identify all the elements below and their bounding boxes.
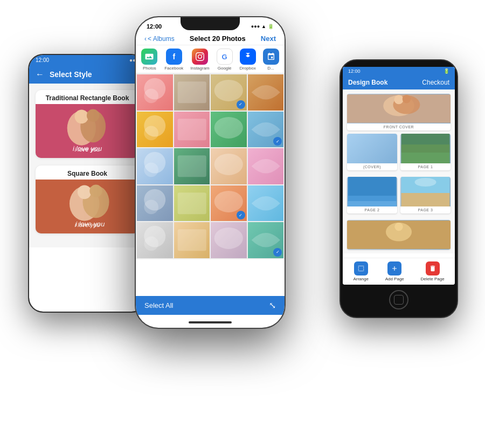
photo-cell-2[interactable] [174,74,210,111]
freeprints-icon [263,49,279,65]
svg-point-29 [144,237,158,251]
page-thumb-1[interactable]: PAGE 1 [400,134,451,170]
back-cover-img [347,134,397,163]
svg-point-23 [214,154,243,175]
facebook-icon: f [166,49,182,65]
photo-cell-13[interactable] [137,185,173,222]
google-icon: G [217,49,233,65]
page-thumb-4[interactable] [347,220,451,250]
expand-icon[interactable]: ⤡ [269,300,276,311]
svg-text:i love you: i love you [75,220,105,228]
select-all-btn[interactable]: Select All [144,301,173,309]
photo-cell-16[interactable] [248,185,284,222]
svg-point-27 [214,190,243,212]
source-instagram[interactable]: Instagram [190,49,210,71]
source-facebook[interactable]: f Facebook [164,49,183,71]
svg-point-48 [394,223,403,231]
photo-cell-18[interactable] [174,222,210,258]
phone-right: 12:00 🔋 Design Book Checkout [340,59,458,318]
instagram-icon [192,49,208,65]
page1-img [400,134,451,163]
arrange-action[interactable]: Arrange [353,261,368,281]
back-cover-label: (COVER) [347,163,397,170]
style-square-title: Square Book [36,166,139,180]
photo-cell-12[interactable] [248,148,284,184]
photo-cell-19[interactable] [211,222,247,258]
left-title: Select Style [50,70,92,79]
google-label: Google [218,66,232,71]
style-option-rect[interactable]: Traditional Rectangle Book i love you [36,90,139,158]
svg-rect-44 [401,193,450,206]
photo-cell-8[interactable]: ✓ [248,112,284,148]
center-back-btn[interactable]: ‹ < Albums [144,35,175,43]
page-thumb-2[interactable]: PAGE 2 [347,177,397,213]
photos-icon [141,49,157,65]
photo-cell-11[interactable] [211,148,247,184]
svg-point-31 [214,228,243,249]
left-content: Traditional Rectangle Book i love you [29,84,146,247]
svg-point-17 [144,126,158,140]
photo-cell-6[interactable] [174,112,210,148]
home-indicator [189,321,232,323]
center-status-icons: ●●● ▲ 🔋 [251,24,274,29]
check-icon-15: ✓ [237,211,245,219]
check-icon-20: ✓ [273,248,282,257]
notch [181,17,240,30]
page1-label: PAGE 1 [400,163,451,170]
photo-cell-7[interactable] [211,112,247,148]
svg-rect-26 [177,192,206,214]
photo-cell-20[interactable]: ✓ [248,222,284,258]
svg-point-10 [89,184,102,197]
source-dropbox[interactable]: Dropbox [239,49,255,71]
checkout-btn[interactable]: Checkout [422,79,449,86]
freeprints-label: D... [267,66,274,71]
instagram-label: Instagram [190,66,210,71]
photo-cell-9[interactable] [137,148,173,184]
photo-grid: ✓✓✓✓ [136,73,285,259]
left-back-icon[interactable]: ← [36,70,44,79]
svg-rect-14 [177,81,206,103]
svg-point-13 [144,89,158,104]
style-option-square[interactable]: Square Book i love you [36,166,139,233]
photo-cell-5[interactable] [137,112,173,148]
svg-text:i love you: i love you [73,144,102,153]
add-page-icon [387,261,401,275]
photo-cell-3[interactable]: ✓ [211,74,247,111]
arrange-label: Arrange [353,277,368,281]
facebook-label: Facebook [164,66,183,71]
home-button[interactable] [389,290,408,309]
right-battery: 🔋 [444,68,449,74]
source-google[interactable]: G Google [217,49,233,71]
page-thumb-cover[interactable]: FRONT COVER [347,94,451,130]
dropbox-icon [240,49,256,65]
left-time: 12:00 [36,57,49,63]
source-photos[interactable]: Photos [141,49,157,71]
right-nav-bar: Design Book Checkout [343,75,455,89]
style-rect-preview: i love you [36,104,139,158]
source-freeprints[interactable]: D... [263,49,279,71]
page3-img [400,177,451,206]
right-status-bar: 12:00 🔋 [343,67,455,75]
photo-cell-10[interactable] [174,148,210,184]
center-next-btn[interactable]: Next [261,35,276,43]
svg-rect-42 [348,201,397,206]
page-thumb-3[interactable]: PAGE 3 [400,177,451,213]
right-bottom-bar: Arrange Add Page D [343,258,455,285]
photo-cell-17[interactable] [137,222,173,258]
photo-cell-14[interactable] [174,185,210,222]
svg-rect-39 [401,153,450,163]
style-square-preview: i love you [36,180,139,233]
add-page-action[interactable]: Add Page [385,261,404,281]
page-row-1: (COVER) PAGE 1 [347,134,451,174]
left-nav-bar: ← Select Style [29,65,146,84]
page-thumb-back-cover[interactable]: (COVER) [347,134,397,170]
dropbox-label: Dropbox [239,66,255,71]
photo-cell-4[interactable] [248,74,284,111]
svg-rect-38 [401,144,450,153]
svg-rect-30 [177,229,206,251]
photo-cell-15[interactable]: ✓ [211,185,247,222]
delete-page-action[interactable]: Delete Page [421,261,445,281]
square-preview-img: i love you [36,180,139,233]
photo-cell-1[interactable] [137,74,173,111]
delete-page-icon [426,261,440,275]
